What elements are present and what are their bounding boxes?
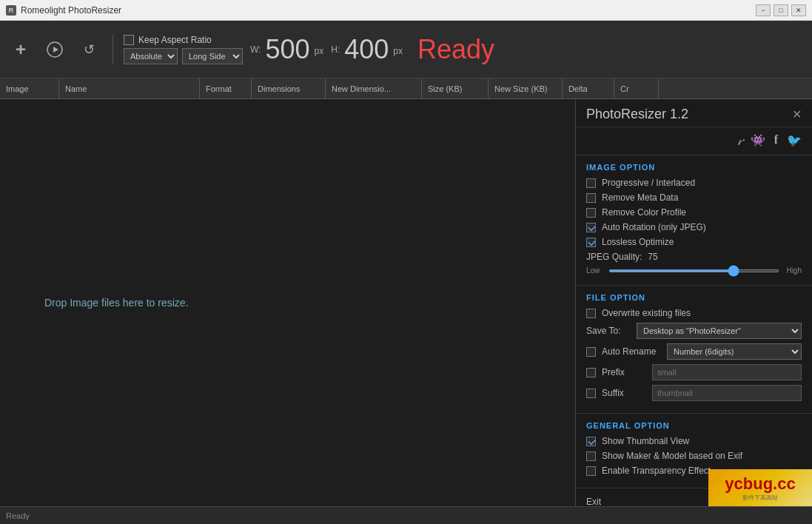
close-button[interactable]: ✕	[791, 4, 806, 16]
title-bar-left: R Romeolight PhotoResizer	[6, 5, 121, 16]
watermark-sub: 新件下高高站	[742, 494, 778, 502]
remove-meta-checkbox[interactable]	[586, 193, 596, 203]
restore-button[interactable]: □	[774, 4, 788, 16]
mode-dropdowns: Absolute Relative Long Side Short Side W…	[124, 48, 243, 64]
social-icon-r[interactable]: 𝓻	[736, 133, 742, 149]
table-header: Image Name Format Dimensions New Dimensi…	[0, 78, 812, 99]
overwrite-label: Overwrite existing files	[602, 308, 691, 318]
window-controls[interactable]: − □ ✕	[756, 4, 806, 16]
status-ready: Ready	[417, 34, 494, 65]
save-to-row: Save To: Desktop as "PhotoResizer" Same …	[586, 323, 802, 339]
general-option-title: GENERAL OPTION	[586, 421, 802, 430]
auto-rotation-row: Auto Rotation (only JPEG)	[586, 222, 802, 232]
height-unit: px	[393, 46, 403, 56]
aspect-color-box	[124, 35, 134, 45]
aspect-ratio-row: Keep Aspect Ratio	[124, 35, 243, 45]
remove-meta-row: Remove Meta Data	[586, 192, 802, 203]
maker-model-checkbox[interactable]	[586, 451, 596, 461]
side-dropdown[interactable]: Long Side Short Side Width Height	[182, 48, 243, 64]
save-to-dropdown[interactable]: Desktop as "PhotoResizer" Same folder Cu…	[637, 323, 802, 339]
status-text: Ready	[6, 511, 30, 520]
right-panel: PhotoResizer 1.2 ✕ 𝓻 👾 f 🐦 IMAGE OPTION …	[575, 99, 812, 506]
maker-model-label: Show Maker & Model based on Exif	[602, 451, 742, 461]
social-icon-facebook[interactable]: f	[774, 133, 778, 149]
social-row: 𝓻 👾 f 🐦	[576, 127, 812, 155]
panel-close-button[interactable]: ✕	[792, 107, 802, 121]
suffix-checkbox[interactable]	[586, 389, 596, 398]
prefix-input[interactable]	[652, 364, 802, 380]
col-image: Image	[0, 78, 59, 98]
progressive-checkbox[interactable]	[586, 178, 596, 188]
height-section: H: 400 px	[331, 36, 403, 63]
col-size: Size (KB)	[422, 78, 489, 98]
social-icon-game[interactable]: 👾	[751, 133, 765, 149]
file-option-title: FILE OPTION	[586, 293, 802, 302]
remove-color-label: Remove Color Profile	[602, 207, 686, 218]
width-value: 500	[265, 36, 309, 63]
image-option-title: IMAGE OPTION	[586, 163, 802, 172]
separator1	[113, 35, 113, 64]
remove-color-checkbox[interactable]	[586, 208, 596, 218]
slider-row: Low High	[586, 266, 802, 275]
progressive-row: Progressive / Interlaced	[586, 178, 802, 188]
lossless-row: Lossless Optimize	[586, 237, 802, 247]
auto-rotation-label: Auto Rotation (only JPEG)	[602, 222, 706, 232]
mode-dropdown[interactable]: Absolute Relative	[124, 48, 178, 64]
watermark: ycbug.cc 新件下高高站	[708, 469, 812, 506]
progressive-label: Progressive / Interlaced	[602, 178, 695, 188]
width-label: W:	[250, 44, 261, 55]
play-button[interactable]	[41, 36, 68, 63]
save-to-label: Save To:	[586, 326, 631, 336]
overwrite-checkbox[interactable]	[586, 309, 596, 318]
rename-dropdown[interactable]: Number (6digits) Date Name+Number	[667, 343, 802, 360]
prefix-label: Prefix	[602, 367, 646, 377]
slider-low-label: Low	[586, 266, 604, 275]
remove-meta-label: Remove Meta Data	[602, 192, 678, 203]
svg-marker-1	[53, 47, 58, 53]
status-bar: Ready	[0, 506, 812, 524]
auto-rename-row: Auto Rename Number (6digits) Date Name+N…	[586, 343, 802, 360]
add-button[interactable]: +	[7, 36, 34, 63]
auto-rotation-checkbox[interactable]	[586, 223, 596, 232]
minimize-button[interactable]: −	[756, 4, 771, 16]
title-bar: R Romeolight PhotoResizer − □ ✕	[0, 0, 812, 21]
lossless-label: Lossless Optimize	[602, 237, 674, 247]
aspect-ratio-label: Keep Aspect Ratio	[138, 35, 212, 45]
jpeg-quality-value: 75	[648, 252, 657, 262]
slider-high-label: High	[784, 266, 802, 275]
suffix-input[interactable]	[652, 385, 802, 401]
prefix-checkbox[interactable]	[586, 368, 596, 377]
thumbnail-label: Show Thumbnail View	[602, 436, 689, 446]
exit-link[interactable]: Exit	[586, 497, 601, 506]
image-option-section: IMAGE OPTION Progressive / Interlaced Re…	[576, 155, 812, 286]
transparency-label: Enable Transparency Effect	[602, 466, 711, 476]
col-new-size: New Size (KB)	[489, 78, 563, 98]
aspect-ratio-section: Keep Aspect Ratio Absolute Relative Long…	[124, 35, 243, 64]
jpeg-quality-row: JPEG Quality: 75	[586, 252, 802, 262]
thumbnail-row: Show Thumbnail View	[586, 436, 802, 446]
watermark-brand: ycbug.cc	[725, 474, 795, 494]
overwrite-row: Overwrite existing files	[586, 308, 802, 318]
lossless-checkbox[interactable]	[586, 238, 596, 247]
col-cr: Cr	[614, 78, 659, 98]
social-icon-twitter[interactable]: 🐦	[787, 133, 802, 149]
prefix-row: Prefix	[586, 364, 802, 380]
col-dimensions: Dimensions	[252, 78, 326, 98]
refresh-button[interactable]: ↺	[76, 36, 102, 63]
auto-rename-checkbox[interactable]	[586, 347, 596, 357]
remove-color-row: Remove Color Profile	[586, 207, 802, 218]
col-name: Name	[59, 78, 200, 98]
width-section: W: 500 px	[250, 36, 323, 63]
drop-text: Drop Image files here to resize.	[44, 297, 189, 309]
panel-title: PhotoResizer 1.2	[586, 107, 688, 122]
main-area: Drop Image files here to resize. PhotoRe…	[0, 99, 812, 506]
thumbnail-checkbox[interactable]	[586, 437, 596, 446]
width-unit: px	[315, 46, 324, 56]
transparency-checkbox[interactable]	[586, 466, 596, 476]
col-format: Format	[200, 78, 252, 98]
drop-zone[interactable]: Drop Image files here to resize.	[0, 99, 575, 506]
auto-rename-label: Auto Rename	[602, 346, 661, 357]
quality-slider[interactable]	[608, 269, 779, 272]
height-label: H:	[331, 44, 340, 55]
height-value: 400	[344, 36, 389, 63]
